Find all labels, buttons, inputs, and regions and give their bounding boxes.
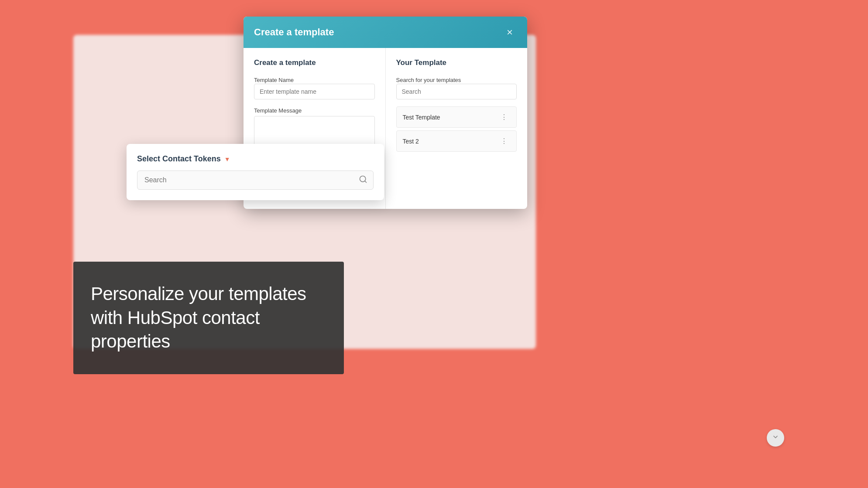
template-name-input[interactable] [254,84,375,99]
template-list: Test Template ⋮ Test 2 ⋮ [396,106,517,152]
template-search-container [396,84,517,99]
template-search-group: Search for your templates [396,76,517,99]
tokens-search-container [137,171,374,190]
template-search-label: Search for your templates [396,77,461,83]
circle-action-button[interactable] [767,429,784,447]
template-item: Test Template ⋮ [396,106,517,128]
tokens-dropdown: Select Contact Tokens ▼ [127,144,384,200]
template-item-name: Test 2 [403,138,419,145]
modal-header: Create a template × [244,17,527,48]
template-message-label: Template Message [254,107,302,114]
template-item-name: Test Template [403,114,440,121]
tokens-header: Select Contact Tokens ▼ [137,154,374,164]
circle-action-icon [772,433,779,442]
template-item-menu-button[interactable]: ⋮ [498,112,510,122]
template-search-input[interactable] [396,84,517,99]
modal-title: Create a template [254,27,334,38]
left-panel-title: Create a template [254,58,375,67]
modal-close-button[interactable]: × [503,25,517,39]
template-name-label: Template Name [254,77,294,83]
template-item-menu-button[interactable]: ⋮ [498,136,510,146]
promo-box: Personalize your templates with HubSpot … [73,262,344,374]
right-panel: Your Template Search for your templates … [386,48,528,209]
chevron-down-icon: ▼ [224,156,230,163]
tokens-title: Select Contact Tokens [137,154,221,164]
right-panel-title: Your Template [396,58,517,67]
promo-text: Personalize your templates with HubSpot … [91,282,326,354]
template-name-group: Template Name [254,76,375,99]
tokens-search-input[interactable] [137,171,374,190]
template-item: Test 2 ⋮ [396,130,517,152]
